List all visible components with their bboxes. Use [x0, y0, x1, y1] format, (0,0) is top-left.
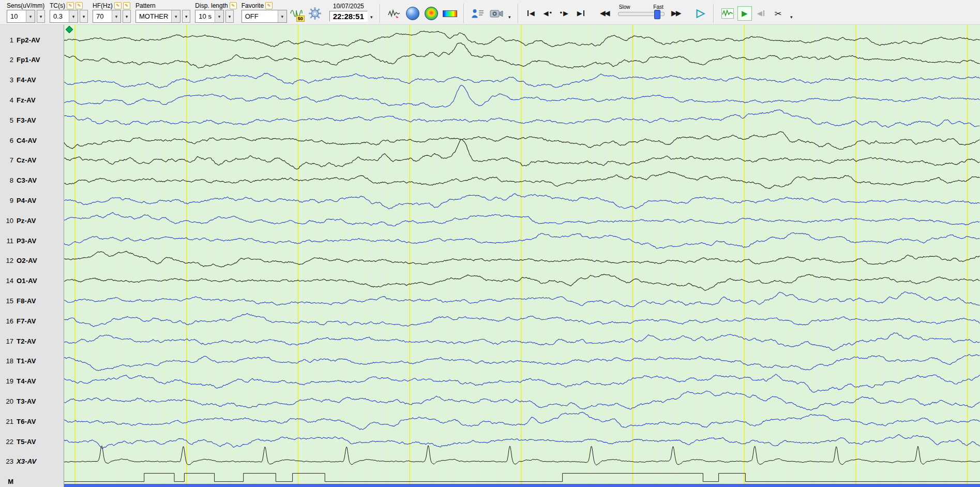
favorite-combobox[interactable]: OFF ▾: [242, 10, 287, 23]
rewind-button[interactable]: ◀◀: [596, 6, 613, 20]
sens-combobox[interactable]: 10 ▾: [7, 10, 35, 23]
cut-button[interactable]: ✂: [770, 5, 787, 22]
chevron-down-icon[interactable]: ▾: [278, 10, 287, 22]
tc-dropdown-button[interactable]: ▾: [80, 10, 88, 23]
hf-dropdown-button[interactable]: ▾: [123, 10, 131, 23]
hf-value: 70: [93, 10, 112, 22]
channel-label-C4-AV[interactable]: 6C4-AV: [0, 135, 64, 145]
trace-X3-AV: [64, 446, 980, 465]
cut-more-button[interactable]: ▾: [788, 12, 795, 22]
chevron-down-icon[interactable]: ▾: [215, 10, 223, 22]
channel-name: Cz-AV: [17, 156, 36, 164]
skip-first-button[interactable]: ◀: [523, 6, 539, 20]
position-scrollbar[interactable]: [64, 484, 980, 487]
trace-F8-AV: [64, 292, 979, 307]
settings-gear-button[interactable]: [306, 5, 324, 22]
channel-label-Fp1-AV[interactable]: 2Fp1-AV: [0, 55, 64, 65]
channel-number: 17: [0, 337, 13, 345]
channel-label-Fz-AV[interactable]: 4Fz-AV: [0, 95, 64, 105]
sens-dropdown-button[interactable]: ▾: [37, 10, 45, 23]
disp-length-label: Disp. length: [195, 2, 228, 9]
channel-label-O1-AV[interactable]: 14O1-AV: [0, 276, 64, 286]
pattern-combobox[interactable]: MOTHER ▾: [135, 10, 180, 23]
channel-label-T5-AV[interactable]: 22T5-AV: [0, 436, 64, 447]
trace-P4-AV: [64, 194, 979, 209]
head-map-spectral-button[interactable]: [423, 5, 440, 22]
start-playback-button[interactable]: ▶: [737, 6, 752, 21]
waveform-pen-icon: [388, 8, 400, 19]
hf-combobox[interactable]: 70 ▾: [93, 10, 121, 23]
channel-label-F3-AV[interactable]: 5F3-AV: [0, 115, 64, 125]
play-button[interactable]: ▷: [692, 6, 709, 20]
hf-edit2-icon[interactable]: ✎: [123, 2, 130, 9]
skip-last-button[interactable]: ▶: [572, 6, 589, 20]
channel-label-Cz-AV[interactable]: 7Cz-AV: [0, 155, 64, 166]
channel-label-T2-AV[interactable]: 17T2-AV: [0, 336, 64, 346]
toolbar: Sens(uV/mm) 10 ▾ ▾ TC(s) ✎ ✎ 0.3 ▾ ▾: [0, 0, 980, 25]
chevron-down-icon[interactable]: ▾: [26, 10, 35, 22]
video-button[interactable]: [488, 5, 505, 22]
channel-label-Pz-AV[interactable]: 10Pz-AV: [0, 215, 64, 226]
channel-label-column: 1Fp2-AV2Fp1-AV3F4-AV4Fz-AV5F3-AV6C4-AV7C…: [0, 25, 64, 487]
notch-filter-button[interactable]: 50: [288, 5, 305, 22]
prev-segment-button[interactable]: ◀: [752, 6, 769, 20]
chevron-down-icon[interactable]: ▾: [171, 10, 180, 22]
hf-edit-icon[interactable]: ✎: [114, 2, 122, 9]
channel-name: F7-AV: [17, 317, 36, 325]
channel-label-O2-AV[interactable]: 12O2-AV: [0, 256, 64, 266]
tc-combobox[interactable]: 0.3 ▾: [50, 10, 78, 23]
speed-slider-thumb[interactable]: [654, 10, 660, 19]
channel-label-P4-AV[interactable]: 9P4-AV: [0, 195, 64, 205]
channel-label-C3-AV[interactable]: 8C3-AV: [0, 175, 64, 186]
toolbar-separator: [463, 4, 464, 23]
channel-label-M[interactable]: M: [0, 477, 64, 487]
chevron-down-icon[interactable]: ▾: [112, 10, 120, 22]
speed-slider[interactable]: [618, 12, 665, 16]
trace-T1-AV: [64, 355, 979, 371]
tc-edit2-icon[interactable]: ✎: [76, 2, 83, 9]
favorite-edit-icon[interactable]: ✎: [265, 2, 273, 9]
step-forward-button[interactable]: • ▶: [556, 6, 572, 20]
patient-info-button[interactable]: [469, 5, 487, 22]
fast-forward-button[interactable]: ▶▶: [668, 6, 684, 20]
tc-edit-icon[interactable]: ✎: [67, 2, 74, 9]
trace-T6-AV: [64, 412, 979, 430]
disp-length-value: 10 s: [195, 10, 215, 22]
patient-info-icon: [471, 8, 485, 19]
pattern-control-group: Pattern MOTHER ▾ ▾: [135, 1, 190, 23]
colormap-scale-button[interactable]: [441, 5, 459, 22]
channel-label-T1-AV[interactable]: 18T1-AV: [0, 356, 64, 366]
toolbar-separator: [713, 4, 714, 23]
dot-icon: •: [549, 10, 552, 16]
channel-label-T6-AV[interactable]: 21T6-AV: [0, 416, 64, 426]
waveform-review-button[interactable]: [719, 5, 736, 22]
channel-label-P3-AV[interactable]: 11P3-AV: [0, 235, 64, 246]
colormap-scale-icon: [443, 10, 457, 17]
channel-label-F8-AV[interactable]: 15F8-AV: [0, 296, 64, 306]
time-display: 22:28:51: [329, 11, 368, 22]
channel-name: Fz-AV: [17, 96, 36, 104]
eeg-trace-canvas[interactable]: [64, 25, 980, 484]
current-position-marker[interactable]: [66, 26, 73, 33]
trace-annotation-button[interactable]: [385, 5, 403, 22]
channel-label-F4-AV[interactable]: 3F4-AV: [0, 75, 64, 85]
disp-length-combobox[interactable]: 10 s ▾: [195, 10, 224, 23]
channel-label-T3-AV[interactable]: 20T3-AV: [0, 396, 64, 406]
fast-label: Fast: [653, 4, 663, 10]
disp-length-edit-icon[interactable]: ✎: [230, 2, 237, 9]
video-more-button[interactable]: ▾: [506, 12, 514, 22]
channel-label-Fp2-AV[interactable]: 1Fp2-AV: [0, 35, 64, 45]
channel-number: 23: [0, 458, 13, 465]
pattern-dropdown-button[interactable]: ▾: [182, 10, 190, 23]
channel-label-F7-AV[interactable]: 16F7-AV: [0, 316, 64, 326]
channel-number: 6: [0, 137, 13, 144]
trace-area[interactable]: [64, 25, 980, 484]
datetime-more-button[interactable]: ▾: [368, 12, 375, 22]
step-back-button[interactable]: ◀ •: [539, 6, 556, 20]
chevron-down-icon[interactable]: ▾: [69, 10, 78, 22]
channel-label-X3-AV[interactable]: 23X3-AV: [0, 456, 64, 467]
head-map-blue-button[interactable]: [404, 5, 421, 22]
trace-Fp1-AV: [64, 43, 979, 68]
channel-label-T4-AV[interactable]: 19T4-AV: [0, 376, 64, 387]
disp-length-dropdown-button[interactable]: ▾: [225, 10, 234, 23]
